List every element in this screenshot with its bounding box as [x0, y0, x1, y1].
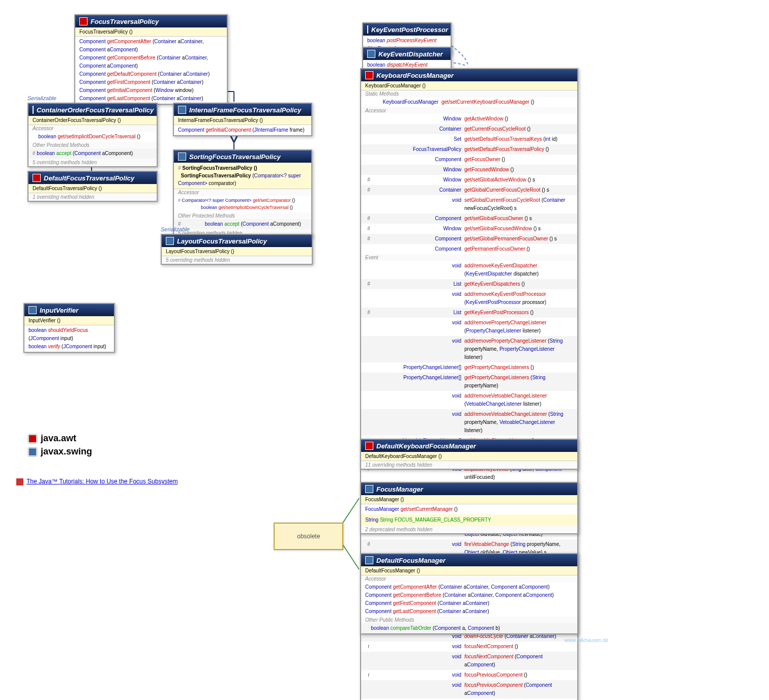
class-icon — [365, 556, 373, 564]
title: KeyEventDispatcher — [378, 50, 442, 58]
title: SortingFocusTraversalPolicy — [189, 153, 281, 161]
constructor: FocusTraversalPolicy () — [75, 27, 227, 37]
class-sftp[interactable]: SortingFocusTraversalPolicy # SortingFoc… — [173, 149, 312, 238]
note: 1 overriding method hidden — [28, 193, 157, 201]
class-dftp[interactable]: DefaultFocusTraversalPolicy DefaultFocus… — [27, 171, 158, 202]
iface-icon — [367, 25, 368, 34]
class-dkfm[interactable]: DefaultKeyboardFocusManager DefaultKeybo… — [360, 439, 578, 470]
legend-swing: javax.swing — [28, 446, 92, 457]
title: DefaultKeyboardFocusManager — [376, 442, 476, 450]
diagram-canvas: FocusTraversalPolicy FocusTraversalPolic… — [0, 0, 769, 700]
class-icon — [33, 174, 41, 182]
class-coftp[interactable]: ContainerOrderFocusTraversalPolicy Conta… — [27, 103, 158, 167]
oracle-icon — [16, 478, 23, 485]
title: ContainerOrderFocusTraversalPolicy — [37, 106, 154, 114]
site-link[interactable]: www.falkhausen.de — [565, 637, 608, 643]
class-dfm[interactable]: DefaultFocusManager DefaultFocusManager … — [360, 553, 578, 634]
title: LayoutFocusTraversalPolicy — [177, 237, 267, 245]
title: KeyEventPostProcessor — [371, 26, 448, 34]
obsolete-note: obsolete — [274, 523, 343, 550]
title: FocusManager — [376, 485, 423, 493]
constructor: DefaultFocusTraversalPolicy () — [28, 184, 157, 193]
class-icon — [365, 71, 373, 79]
constructor: InternalFrameFocusTraversalPolicy () — [174, 116, 311, 125]
section-opm: Other Protected Methods — [28, 142, 157, 148]
serial-label-2: Serializable — [161, 226, 190, 232]
legend-awt: java.awt — [28, 433, 76, 444]
class-icon — [28, 306, 37, 314]
awt-icon — [28, 435, 37, 443]
title: KeyboardFocusManager — [376, 72, 454, 79]
class-icon — [79, 17, 87, 25]
class-icon — [33, 106, 34, 114]
note: 5 overriding methods hidden — [28, 159, 157, 166]
class-icon — [178, 153, 186, 161]
class-icon — [166, 237, 174, 245]
class-fm[interactable]: FocusManager FocusManager () FocusManage… — [360, 482, 578, 534]
title: DefaultFocusManager — [376, 557, 446, 564]
class-focus-traversal-policy[interactable]: FocusTraversalPolicy FocusTraversalPolic… — [74, 14, 228, 105]
title: InternalFrameFocusTraversalPolicy — [189, 106, 301, 114]
class-icon — [365, 442, 373, 450]
swing-icon — [28, 448, 37, 456]
class-icon — [365, 485, 373, 493]
class-icon — [178, 106, 186, 114]
serial-label: Serializable — [27, 95, 56, 101]
section-accessor: Accessor — [28, 125, 157, 132]
title: FocusTraversalPolicy — [91, 18, 159, 25]
constructor: ContainerOrderFocusTraversalPolicy () — [28, 116, 157, 125]
tutorial-link[interactable]: The Java™ Tutorials: How to Use the Focu… — [16, 478, 178, 485]
iface-icon — [367, 50, 375, 58]
class-ifftp[interactable]: InternalFrameFocusTraversalPolicy Intern… — [173, 103, 312, 136]
class-lftp[interactable]: LayoutFocusTraversalPolicy LayoutFocusTr… — [161, 234, 313, 265]
class-input-verifier[interactable]: InputVerifier InputVerifier () boolean s… — [23, 303, 115, 353]
title: InputVerifier — [40, 307, 78, 314]
title: DefaultFocusTraversalPolicy — [44, 174, 134, 182]
